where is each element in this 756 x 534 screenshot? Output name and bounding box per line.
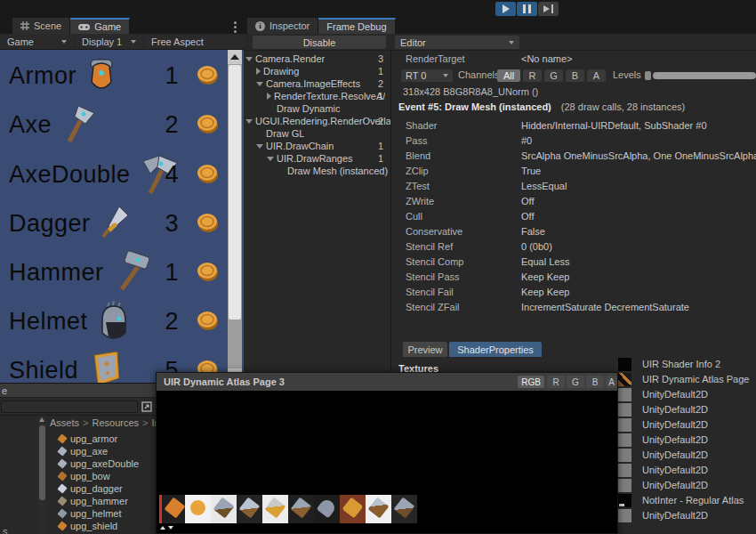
- property-value: True: [521, 166, 541, 176]
- atlas-zoom-arrows[interactable]: [160, 526, 173, 530]
- foldout-collapsed-icon[interactable]: [267, 93, 271, 100]
- texture-list-item[interactable]: NotInter - Regular Atlas: [618, 493, 744, 507]
- asset-icon: [57, 458, 67, 468]
- folder-tree-scrollbar[interactable]: [38, 416, 46, 534]
- arrow-up-icon[interactable]: [228, 50, 242, 64]
- list-item[interactable]: Helmet 2: [9, 297, 133, 345]
- atlas-channel-a-button[interactable]: A: [606, 376, 617, 388]
- tree-item[interactable]: Camera.Render 3: [244, 53, 390, 65]
- tree-item[interactable]: RenderTexture.ResolveA/ 1: [244, 90, 390, 102]
- display-dropdown[interactable]: Display 1: [75, 34, 144, 50]
- aspect-dropdown[interactable]: Free Aspect: [144, 34, 211, 50]
- camera-dropdown[interactable]: Game: [0, 34, 75, 50]
- tree-item[interactable]: UIR.DrawChain 1: [244, 140, 390, 152]
- texture-name: UnityDefault2D: [642, 480, 708, 490]
- scrollbar-thumb[interactable]: [39, 425, 45, 500]
- asset-row[interactable]: upg_bow: [59, 470, 110, 482]
- list-item[interactable]: Hammer 1: [9, 248, 154, 296]
- arrow-up-icon: [160, 526, 165, 530]
- texture-list-item[interactable]: UnityDefault2D: [618, 387, 708, 401]
- tree-label: Camera.Render: [255, 53, 325, 65]
- foldout-collapsed-icon[interactable]: [256, 68, 261, 75]
- foldout-expanded-icon[interactable]: [245, 57, 253, 61]
- button-label: B: [572, 70, 578, 81]
- texture-list-item[interactable]: UnityDefault2D: [618, 478, 708, 492]
- tree-label: Draw Mesh (instanced): [287, 165, 388, 177]
- channel-g-button[interactable]: G: [544, 69, 563, 82]
- asset-row[interactable]: upg_hammer: [59, 495, 128, 507]
- tree-label: UIR.DrawRanges: [277, 152, 353, 165]
- texture-list-item[interactable]: UnityDefault2D: [618, 448, 708, 462]
- channel-a-button[interactable]: A: [587, 69, 606, 82]
- texture-list-item[interactable]: UIR Shader Info 2: [618, 357, 720, 371]
- tree-item[interactable]: Camera.ImageEffects 2: [244, 77, 390, 90]
- tab-preview[interactable]: Preview: [403, 342, 447, 357]
- foldout-expanded-icon[interactable]: [256, 144, 263, 149]
- search-input[interactable]: [1, 400, 138, 413]
- texture-name: UIR Dynamic Atlas Page: [642, 374, 749, 384]
- foldout-expanded-icon[interactable]: [245, 119, 253, 124]
- atlas-channel-rgb-button[interactable]: RGB: [518, 376, 544, 388]
- asset-row[interactable]: upg_axeDouble: [59, 457, 139, 470]
- texture-list-item[interactable]: UnityDefault2D: [618, 417, 708, 432]
- atlas-channel-r-button[interactable]: R: [547, 376, 565, 388]
- atlas-channel-g-button[interactable]: G: [567, 376, 584, 388]
- list-item[interactable]: AxeDouble 4: [9, 150, 181, 198]
- levels-slider-handle[interactable]: [645, 71, 651, 80]
- texture-list-item[interactable]: UnityDefault2D: [618, 402, 708, 417]
- list-item[interactable]: Dagger 3: [9, 199, 133, 247]
- foldout-expanded-icon[interactable]: [256, 82, 263, 86]
- pause-button[interactable]: [517, 2, 537, 16]
- tab-frame-debug[interactable]: Frame Debug: [318, 18, 395, 34]
- breadcrumb-item[interactable]: Resources: [92, 417, 139, 428]
- item-name: Helmet: [9, 308, 88, 336]
- open-search-window-icon[interactable]: [141, 401, 152, 412]
- draw-count: 2: [378, 115, 383, 127]
- tab-game[interactable]: Game: [70, 18, 130, 34]
- list-item[interactable]: Shield 5: [9, 346, 125, 383]
- foldout-expanded-icon[interactable]: [267, 157, 274, 161]
- tab-scene[interactable]: Scene: [12, 18, 70, 34]
- game-scrollbar[interactable]: [228, 50, 242, 383]
- rt-dropdown[interactable]: RT 0: [401, 69, 453, 82]
- asset-name: upg_shield: [70, 521, 117, 531]
- asset-row[interactable]: upg_dagger: [59, 482, 123, 495]
- channel-b-button[interactable]: B: [566, 69, 584, 82]
- channel-r-button[interactable]: R: [523, 69, 542, 82]
- arrow-down-icon: [168, 526, 173, 530]
- texture-name: UnityDefault2D: [642, 434, 708, 445]
- target-dropdown[interactable]: Editor: [395, 36, 519, 49]
- tree-item[interactable]: Draw GL: [244, 127, 390, 140]
- texture-list-item[interactable]: UnityDefault2D: [618, 508, 708, 522]
- tree-item[interactable]: Draw Dynamic: [244, 102, 390, 115]
- channel-all-button[interactable]: All: [497, 69, 520, 82]
- scrollbar-thumb[interactable]: [229, 65, 241, 320]
- list-item[interactable]: Axe 2: [9, 101, 98, 149]
- tree-item[interactable]: UGUI.Rendering.RenderOverla 2: [244, 115, 390, 127]
- texture-list-item[interactable]: UnityDefault2D: [618, 433, 708, 447]
- texture-list-item[interactable]: UIR Dynamic Atlas Page: [618, 372, 749, 386]
- kebab-menu-icon[interactable]: [234, 21, 237, 35]
- item-qty: 2: [158, 308, 185, 336]
- disable-button[interactable]: Disable: [253, 36, 386, 49]
- asset-row[interactable]: upg_armor: [59, 433, 117, 445]
- asset-row[interactable]: upg_axe: [59, 445, 108, 457]
- tree-item[interactable]: Draw Mesh (instanced): [244, 165, 390, 177]
- step-button[interactable]: [538, 2, 559, 16]
- list-item[interactable]: Armor 1: [9, 52, 119, 100]
- atlas-channel-b-button[interactable]: B: [586, 376, 604, 388]
- chevron-down-icon: [131, 40, 136, 44]
- asset-icon: [57, 508, 67, 518]
- tree-item[interactable]: UIR.DrawRanges 1: [244, 152, 390, 165]
- levels-slider-track[interactable]: [653, 72, 756, 79]
- asset-row[interactable]: upg_shield: [59, 520, 117, 532]
- play-button[interactable]: [495, 2, 516, 16]
- tree-item[interactable]: Drawing 1: [244, 65, 390, 77]
- breadcrumb-item[interactable]: Assets: [50, 417, 79, 428]
- tab-shader-properties[interactable]: ShaderProperties: [449, 342, 542, 357]
- asset-row[interactable]: upg_helmet: [59, 507, 122, 520]
- arrow-up-icon[interactable]: [39, 417, 44, 422]
- tab-inspector[interactable]: i Inspector: [247, 18, 318, 34]
- draw-count: 2: [378, 77, 383, 90]
- texture-list-item[interactable]: UnityDefault2D: [618, 463, 708, 477]
